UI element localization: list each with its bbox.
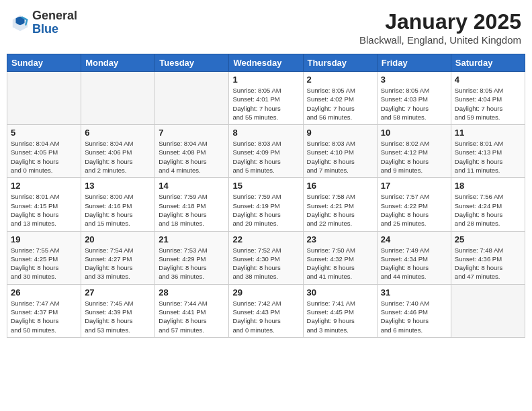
day-number: 29 <box>232 287 299 298</box>
day-info: Sunrise: 7:54 AMSunset: 4:27 PMDaylight:… <box>85 246 151 281</box>
day-number: 25 <box>455 234 521 244</box>
day-number: 18 <box>455 181 521 191</box>
day-number: 1 <box>232 75 299 85</box>
day-info: Sunrise: 8:00 AMSunset: 4:16 PMDaylight:… <box>85 192 151 228</box>
calendar-cell: 16Sunrise: 7:58 AMSunset: 4:21 PMDayligh… <box>303 178 377 231</box>
day-number: 6 <box>85 128 151 138</box>
day-info: Sunrise: 7:57 AMSunset: 4:22 PMDaylight:… <box>381 192 447 228</box>
day-number: 27 <box>85 287 151 298</box>
calendar-cell: 2Sunrise: 8:05 AMSunset: 4:02 PMDaylight… <box>303 72 377 125</box>
calendar-cell: 8Sunrise: 8:03 AMSunset: 4:09 PMDaylight… <box>229 125 303 178</box>
day-number: 24 <box>381 234 447 244</box>
day-info: Sunrise: 7:52 AMSunset: 4:30 PMDaylight:… <box>232 246 299 281</box>
day-info: Sunrise: 8:03 AMSunset: 4:10 PMDaylight:… <box>307 139 373 175</box>
calendar-cell: 5Sunrise: 8:04 AMSunset: 4:05 PMDaylight… <box>7 125 81 178</box>
day-info: Sunrise: 8:04 AMSunset: 4:05 PMDaylight:… <box>11 139 77 175</box>
weekday-header-wednesday: Wednesday <box>229 54 303 72</box>
day-number: 21 <box>159 234 225 244</box>
title-area: January 2025 Blackwall, England, United … <box>359 9 521 46</box>
day-number: 11 <box>455 128 521 138</box>
calendar-cell: 14Sunrise: 7:59 AMSunset: 4:18 PMDayligh… <box>155 178 229 231</box>
weekday-header-sunday: Sunday <box>7 54 81 72</box>
day-number: 19 <box>11 234 77 244</box>
day-info: Sunrise: 8:03 AMSunset: 4:09 PMDaylight:… <box>232 139 299 175</box>
calendar-cell: 13Sunrise: 8:00 AMSunset: 4:16 PMDayligh… <box>81 178 155 231</box>
day-number: 2 <box>307 75 373 85</box>
day-info: Sunrise: 7:40 AMSunset: 4:46 PMDaylight:… <box>381 299 447 334</box>
calendar-table: SundayMondayTuesdayWednesdayThursdayFrid… <box>7 54 525 338</box>
calendar-cell: 7Sunrise: 8:04 AMSunset: 4:08 PMDaylight… <box>155 125 229 178</box>
day-number: 10 <box>381 128 447 138</box>
day-info: Sunrise: 8:04 AMSunset: 4:06 PMDaylight:… <box>85 139 151 175</box>
calendar-cell: 23Sunrise: 7:50 AMSunset: 4:32 PMDayligh… <box>303 231 377 284</box>
calendar-cell: 22Sunrise: 7:52 AMSunset: 4:30 PMDayligh… <box>229 231 303 284</box>
calendar-cell <box>451 284 525 337</box>
weekday-header-monday: Monday <box>81 54 155 72</box>
calendar-cell: 18Sunrise: 7:56 AMSunset: 4:24 PMDayligh… <box>451 178 525 231</box>
day-info: Sunrise: 7:41 AMSunset: 4:45 PMDaylight:… <box>307 299 373 334</box>
calendar-cell: 17Sunrise: 7:57 AMSunset: 4:22 PMDayligh… <box>377 178 451 231</box>
calendar-cell: 9Sunrise: 8:03 AMSunset: 4:10 PMDaylight… <box>303 125 377 178</box>
day-number: 4 <box>455 75 521 85</box>
day-info: Sunrise: 7:45 AMSunset: 4:39 PMDaylight:… <box>85 299 151 334</box>
day-info: Sunrise: 8:05 AMSunset: 4:04 PMDaylight:… <box>455 86 521 122</box>
calendar-cell <box>155 72 229 125</box>
logo-blue: Blue <box>32 23 77 36</box>
calendar-cell: 28Sunrise: 7:44 AMSunset: 4:41 PMDayligh… <box>155 284 229 337</box>
calendar-cell: 11Sunrise: 8:01 AMSunset: 4:13 PMDayligh… <box>451 125 525 178</box>
day-number: 3 <box>381 75 447 85</box>
weekday-header-thursday: Thursday <box>303 54 377 72</box>
day-info: Sunrise: 7:47 AMSunset: 4:37 PMDaylight:… <box>11 299 77 334</box>
calendar-cell: 25Sunrise: 7:48 AMSunset: 4:36 PMDayligh… <box>451 231 525 284</box>
week-row-5: 26Sunrise: 7:47 AMSunset: 4:37 PMDayligh… <box>7 284 525 337</box>
week-row-1: 1Sunrise: 8:05 AMSunset: 4:01 PMDaylight… <box>7 72 525 125</box>
day-number: 30 <box>307 287 373 298</box>
calendar-cell: 3Sunrise: 8:05 AMSunset: 4:03 PMDaylight… <box>377 72 451 125</box>
weekday-header-saturday: Saturday <box>451 54 525 72</box>
day-number: 26 <box>11 287 77 298</box>
location-title: Blackwall, England, United Kingdom <box>359 34 521 46</box>
day-number: 15 <box>232 181 299 191</box>
day-info: Sunrise: 7:48 AMSunset: 4:36 PMDaylight:… <box>455 246 521 281</box>
day-info: Sunrise: 7:53 AMSunset: 4:29 PMDaylight:… <box>159 246 225 281</box>
day-number: 17 <box>381 181 447 191</box>
calendar-cell <box>7 72 81 125</box>
day-number: 8 <box>232 128 299 138</box>
day-number: 31 <box>381 287 447 298</box>
page-header: General Blue January 2025 Blackwall, Eng… <box>7 7 525 48</box>
calendar-cell: 15Sunrise: 7:59 AMSunset: 4:19 PMDayligh… <box>229 178 303 231</box>
weekday-header-friday: Friday <box>377 54 451 72</box>
day-number: 14 <box>159 181 225 191</box>
day-info: Sunrise: 8:01 AMSunset: 4:15 PMDaylight:… <box>11 192 77 228</box>
calendar-cell: 20Sunrise: 7:54 AMSunset: 4:27 PMDayligh… <box>81 231 155 284</box>
day-number: 22 <box>232 234 299 244</box>
day-info: Sunrise: 7:50 AMSunset: 4:32 PMDaylight:… <box>307 246 373 281</box>
week-row-2: 5Sunrise: 8:04 AMSunset: 4:05 PMDaylight… <box>7 125 525 178</box>
weekday-header-tuesday: Tuesday <box>155 54 229 72</box>
calendar-cell: 31Sunrise: 7:40 AMSunset: 4:46 PMDayligh… <box>377 284 451 337</box>
day-number: 7 <box>159 128 225 138</box>
month-title: January 2025 <box>359 9 521 34</box>
day-number: 9 <box>307 128 373 138</box>
calendar-cell: 10Sunrise: 8:02 AMSunset: 4:12 PMDayligh… <box>377 125 451 178</box>
day-info: Sunrise: 8:01 AMSunset: 4:13 PMDaylight:… <box>455 139 521 175</box>
day-info: Sunrise: 7:58 AMSunset: 4:21 PMDaylight:… <box>307 192 373 228</box>
day-info: Sunrise: 7:42 AMSunset: 4:43 PMDaylight:… <box>232 299 299 334</box>
logo: General Blue <box>11 9 77 36</box>
calendar-cell: 1Sunrise: 8:05 AMSunset: 4:01 PMDaylight… <box>229 72 303 125</box>
day-number: 12 <box>11 181 77 191</box>
calendar-cell: 12Sunrise: 8:01 AMSunset: 4:15 PMDayligh… <box>7 178 81 231</box>
day-info: Sunrise: 8:04 AMSunset: 4:08 PMDaylight:… <box>159 139 225 175</box>
calendar-cell: 29Sunrise: 7:42 AMSunset: 4:43 PMDayligh… <box>229 284 303 337</box>
calendar-cell: 21Sunrise: 7:53 AMSunset: 4:29 PMDayligh… <box>155 231 229 284</box>
day-info: Sunrise: 7:59 AMSunset: 4:19 PMDaylight:… <box>232 192 299 228</box>
calendar-cell: 4Sunrise: 8:05 AMSunset: 4:04 PMDaylight… <box>451 72 525 125</box>
day-info: Sunrise: 7:59 AMSunset: 4:18 PMDaylight:… <box>159 192 225 228</box>
weekday-header-row: SundayMondayTuesdayWednesdayThursdayFrid… <box>7 54 525 72</box>
logo-general: General <box>32 9 77 23</box>
calendar-cell <box>81 72 155 125</box>
day-number: 5 <box>11 128 77 138</box>
calendar-cell: 19Sunrise: 7:55 AMSunset: 4:25 PMDayligh… <box>7 231 81 284</box>
day-info: Sunrise: 7:56 AMSunset: 4:24 PMDaylight:… <box>455 192 521 228</box>
day-info: Sunrise: 8:05 AMSunset: 4:02 PMDaylight:… <box>307 86 373 122</box>
